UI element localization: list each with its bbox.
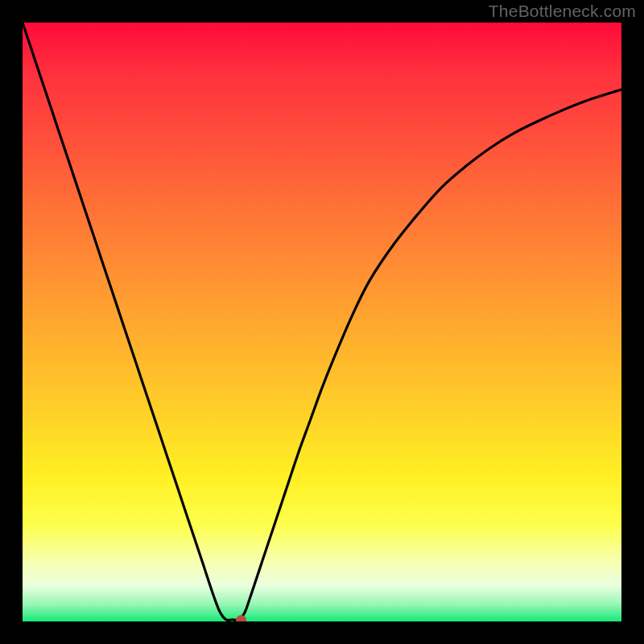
minimum-marker [236, 615, 246, 621]
bottleneck-curve-svg [23, 23, 621, 621]
watermark-text: TheBottleneck.com [489, 2, 636, 21]
bottleneck-curve-path [23, 23, 621, 620]
plot-area [23, 23, 621, 621]
